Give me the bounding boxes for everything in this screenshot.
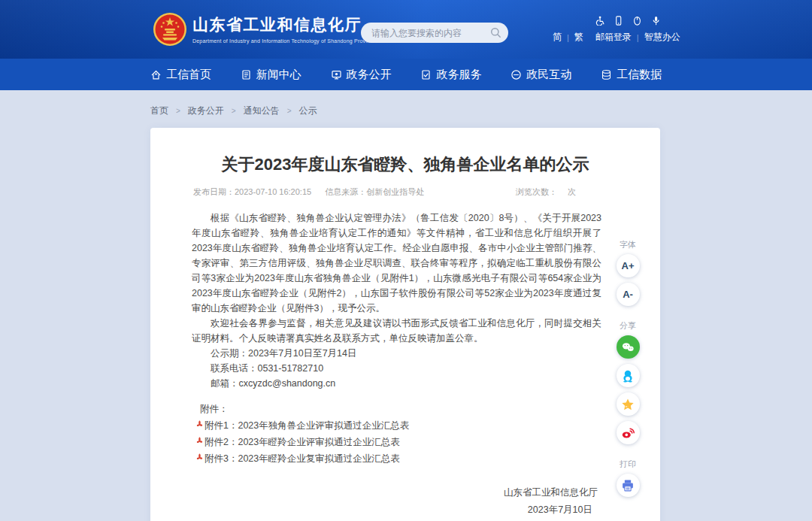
paragraph: 欢迎社会各界参与监督，相关意见及建议请以书面形式反馈省工业和信息化厅，同时提交相… <box>192 316 601 346</box>
breadcrumb-separator: > <box>232 107 236 115</box>
nav-label: 工信数据 <box>617 68 662 82</box>
attachments-label: 附件： <box>200 401 660 417</box>
header-banner: 山东省工业和信息化厅 Department of Industry and In… <box>0 0 812 59</box>
font-increase-button[interactable]: A+ <box>617 254 640 277</box>
divider: | <box>637 33 639 42</box>
nav-label: 工信首页 <box>166 68 211 82</box>
attachment-label: 附件3：2023年瞪羚企业复审拟通过企业汇总表 <box>205 450 400 467</box>
share-label: 分享 <box>620 320 636 332</box>
nav-label: 新闻中心 <box>256 68 301 82</box>
brand-block: 山东省工业和信息化厅 Department of Industry and In… <box>192 14 376 44</box>
nav-label: 政务公开 <box>347 68 392 82</box>
news-icon <box>241 69 252 80</box>
breadcrumb-separator: > <box>287 107 292 115</box>
qzone-icon <box>620 396 636 413</box>
breadcrumb-home[interactable]: 首页 <box>150 105 168 117</box>
breadcrumb-separator: > <box>176 107 180 115</box>
main-nav: 工信首页 新闻中心 政务公开 政务服务 <box>0 59 812 90</box>
print-label: 打印 <box>620 459 636 470</box>
home-icon <box>150 69 162 80</box>
nav-label: 政务服务 <box>436 68 481 82</box>
utility-icons <box>553 16 662 26</box>
national-emblem-logo <box>153 12 187 47</box>
voice-icon[interactable] <box>651 16 661 26</box>
disclosure-icon <box>331 69 342 80</box>
attachment-link-2[interactable]: 附件2：2023年瞪羚企业评审拟通过企业汇总表 <box>195 434 660 450</box>
share-weibo-button[interactable] <box>617 421 640 444</box>
nav-item-home[interactable]: 工信首页 <box>150 68 211 82</box>
weibo-icon <box>620 425 636 441</box>
search-icon[interactable] <box>490 27 501 38</box>
attachment-label: 附件2：2023年瞪羚企业评审拟通过企业汇总表 <box>205 434 400 450</box>
search-box <box>361 23 508 43</box>
attachment-link-3[interactable]: 附件3：2023年瞪羚企业复审拟通过企业汇总表 <box>195 450 660 467</box>
share-qzone-button[interactable] <box>617 392 640 416</box>
article-body: 根据《山东省瞪羚、独角兽企业认定管理办法》（鲁工信发〔2020〕8号）、《关于开… <box>150 211 660 391</box>
divider: | <box>567 33 569 42</box>
pdf-icon <box>195 452 204 461</box>
attachment-link-1[interactable]: 附件1：2023年独角兽企业评审拟通过企业汇总表 <box>195 417 660 434</box>
data-icon <box>601 69 612 80</box>
lang-traditional-link[interactable]: 繁 <box>574 31 583 44</box>
utility-links: 简 | 繁 邮箱登录 | 智慧办公 <box>553 31 662 44</box>
nav-label: 政民互动 <box>526 68 571 82</box>
views-label: 浏览次数： <box>516 186 557 198</box>
pdf-icon <box>195 419 204 428</box>
page-title: 关于2023年度山东省瞪羚、独角兽企业名单的公示 <box>194 153 617 176</box>
pdf-icon <box>195 435 204 444</box>
breadcrumb-notices[interactable]: 通知公告 <box>244 105 280 117</box>
font-label: 字体 <box>620 239 636 250</box>
site-title: 山东省工业和信息化厅 <box>192 14 376 35</box>
mobile-icon[interactable] <box>614 16 623 26</box>
article-meta: 发布日期：2023-07-10 16:20:15 信息来源：创新创业指导处 浏览… <box>150 186 660 198</box>
share-qq-button[interactable] <box>617 364 640 387</box>
interaction-icon <box>511 69 522 80</box>
attachments-section: 附件： 附件1：2023年独角兽企业评审拟通过企业汇总表 附件2：2023年瞪羚… <box>150 401 660 467</box>
share-wechat-button[interactable] <box>617 335 640 359</box>
lang-simplified-link[interactable]: 简 <box>553 31 562 44</box>
attachment-label: 附件1：2023年独角兽企业评审拟通过企业汇总表 <box>205 417 409 434</box>
font-decrease-button[interactable]: A- <box>617 283 640 306</box>
font-increase-label: A+ <box>622 260 635 271</box>
accessibility-icon[interactable] <box>595 16 604 26</box>
nav-item-service[interactable]: 政务服务 <box>420 68 481 82</box>
info-source: 信息来源：创新创业指导处 <box>325 186 424 198</box>
breadcrumb-disclosure[interactable]: 政务公开 <box>188 105 224 117</box>
contact-phone: 联系电话：0531-51782710 <box>192 361 601 376</box>
wechat-icon <box>620 339 636 356</box>
nav-item-data[interactable]: 工信数据 <box>601 68 662 82</box>
mouse-icon[interactable] <box>632 16 642 26</box>
nav-item-news[interactable]: 新闻中心 <box>241 68 301 82</box>
service-icon <box>420 69 432 80</box>
nav-item-disclosure[interactable]: 政务公开 <box>331 68 392 82</box>
header-utilities: 简 | 繁 邮箱登录 | 智慧办公 <box>553 16 662 44</box>
publicity-period: 公示期：2023年7月10日至7月14日 <box>192 346 601 361</box>
printer-icon <box>620 477 636 494</box>
signature-date: 2023年7月10日 <box>150 504 598 516</box>
contact-email: 邮箱：cxcyzdc@shandong.cn <box>192 376 601 391</box>
mail-login-link[interactable]: 邮箱登录 <box>595 31 632 44</box>
qq-icon <box>620 368 636 384</box>
breadcrumb-current: 公示 <box>299 105 317 117</box>
views-suffix: 次 <box>568 186 576 198</box>
article-tools-rail: 字体 A+ A- 分享 <box>611 239 645 502</box>
breadcrumb: 首页 > 政务公开 > 通知公告 > 公示 <box>150 105 317 117</box>
publish-date: 发布日期：2023-07-10 16:20:15 <box>193 186 311 198</box>
nav-item-interaction[interactable]: 政民互动 <box>511 68 571 82</box>
site-subtitle: Department of Industry and Information T… <box>192 38 376 44</box>
paragraph: 根据《山东省瞪羚、独角兽企业认定管理办法》（鲁工信发〔2020〕8号）、《关于开… <box>192 211 601 316</box>
signature-block: 山东省工业和信息化厅 2023年7月10日 <box>150 486 660 516</box>
smart-office-link[interactable]: 智慧办公 <box>644 31 680 44</box>
font-decrease-label: A- <box>623 289 633 300</box>
signature-org: 山东省工业和信息化厅 <box>150 486 598 499</box>
article-card: 关于2023年度山东省瞪羚、独角兽企业名单的公示 发布日期：2023-07-10… <box>150 128 660 521</box>
search-input[interactable] <box>361 23 508 43</box>
print-button[interactable] <box>617 474 640 497</box>
